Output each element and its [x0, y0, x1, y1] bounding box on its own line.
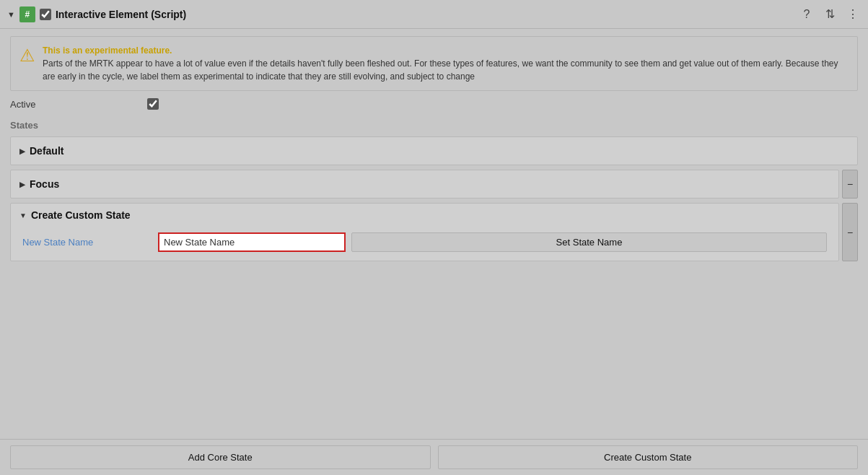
focus-state-row: ▶ Focus − [10, 170, 858, 199]
hash-badge: # [19, 6, 35, 22]
default-state-row: ▶ Default [10, 136, 858, 165]
active-checkbox[interactable] [147, 98, 159, 110]
warning-body: Parts of the MRTK appear to have a lot o… [43, 57, 849, 83]
branch-icon: ⇅ [825, 7, 835, 21]
header-bar: ▼ # Interactive Element (Script) ? ⇅ ⋮ [0, 0, 868, 29]
create-custom-state-button[interactable]: Create Custom State [438, 445, 859, 469]
warning-icon: ⚠ [19, 45, 35, 66]
states-heading: States [10, 117, 858, 132]
new-state-name-input[interactable] [158, 232, 346, 252]
enabled-checkbox[interactable] [40, 9, 51, 20]
warning-text: This is an experimental feature. Parts o… [43, 44, 849, 83]
set-state-name-button[interactable]: Set State Name [351, 232, 827, 252]
content-area: ⚠ This is an experimental feature. Parts… [0, 29, 868, 439]
focus-triangle-right-icon: ▶ [19, 180, 25, 188]
inspector-panel: ▼ # Interactive Element (Script) ? ⇅ ⋮ ⚠… [0, 0, 868, 475]
custom-triangle-down-icon: ▼ [19, 212, 27, 219]
default-state-box[interactable]: ▶ Default [10, 136, 858, 165]
focus-remove-button[interactable]: − [842, 170, 858, 199]
help-button[interactable]: ? [799, 6, 815, 22]
question-icon: ? [804, 8, 810, 21]
branch-button[interactable]: ⇅ [822, 6, 838, 22]
custom-state-remove-button[interactable]: − [842, 203, 858, 261]
kebab-menu-icon: ⋮ [847, 7, 859, 21]
header-icons: ? ⇅ ⋮ [799, 6, 861, 22]
focus-state-box[interactable]: ▶ Focus [10, 170, 839, 199]
new-state-name-link[interactable]: New State Name [22, 237, 152, 248]
active-row: Active [10, 95, 858, 113]
add-core-state-button[interactable]: Add Core State [10, 445, 431, 469]
bottom-bar: Add Core State Create Custom State [0, 439, 868, 475]
custom-state-body: New State Name Set State Name [11, 227, 838, 261]
triangle-right-icon: ▶ [19, 147, 25, 155]
custom-state-row: ▼ Create Custom State New State Name Set… [10, 203, 858, 261]
warning-box: ⚠ This is an experimental feature. Parts… [10, 36, 858, 91]
default-state-label: ▶ Default [19, 145, 63, 157]
warning-title: This is an experimental feature. [43, 44, 849, 57]
menu-button[interactable]: ⋮ [845, 6, 861, 22]
panel-title: Interactive Element (Script) [56, 9, 794, 20]
custom-state-header[interactable]: ▼ Create Custom State [11, 204, 838, 227]
custom-state-container: ▼ Create Custom State New State Name Set… [10, 203, 839, 261]
custom-state-heading: Create Custom State [31, 209, 131, 221]
collapse-arrow[interactable]: ▼ [7, 10, 15, 19]
focus-state-label: ▶ Focus [19, 178, 59, 190]
active-label: Active [10, 99, 140, 110]
